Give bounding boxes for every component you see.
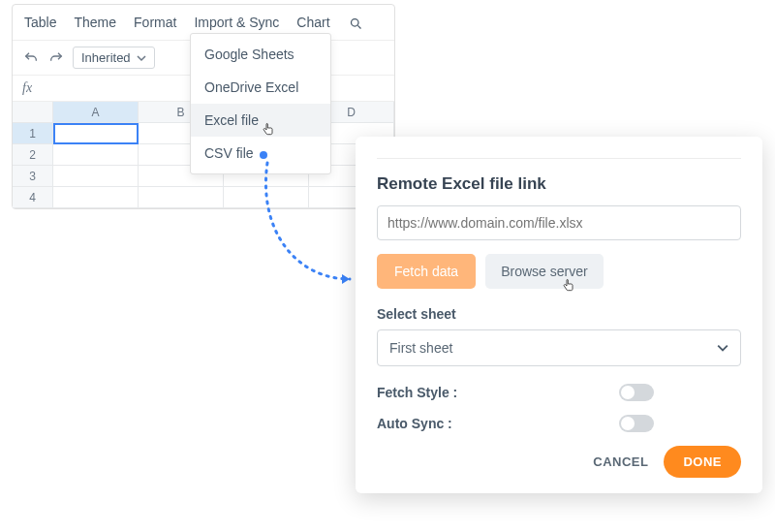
- cell-a2[interactable]: [53, 144, 139, 166]
- fx-label: fx: [22, 80, 32, 96]
- dropdown-item-excel-file[interactable]: Excel file: [191, 104, 330, 137]
- auto-sync-toggle[interactable]: [619, 415, 654, 432]
- menu-import-sync[interactable]: Import & Sync: [194, 15, 279, 32]
- cancel-button[interactable]: CANCEL: [593, 454, 648, 469]
- search-icon[interactable]: [348, 15, 365, 32]
- select-sheet-dropdown[interactable]: First sheet: [377, 329, 741, 366]
- import-excel-modal: Remote Excel file link Fetch data Browse…: [356, 137, 762, 493]
- corner-cell[interactable]: [13, 102, 53, 123]
- chevron-down-icon: [717, 342, 728, 354]
- dropdown-item-label: CSV file: [204, 145, 254, 161]
- row-header-3[interactable]: 3: [13, 166, 53, 187]
- menu-chart[interactable]: Chart: [296, 15, 329, 32]
- url-input[interactable]: [377, 205, 741, 240]
- cell-b4[interactable]: [139, 187, 224, 208]
- undo-icon[interactable]: [22, 49, 40, 67]
- fetch-data-button[interactable]: Fetch data: [377, 254, 476, 289]
- done-button[interactable]: DONE: [664, 446, 741, 478]
- auto-sync-label: Auto Sync :: [377, 416, 452, 431]
- select-sheet-value: First sheet: [389, 340, 452, 356]
- chevron-down-icon: [137, 53, 146, 63]
- cell-a1[interactable]: [53, 123, 139, 144]
- fetch-style-toggle[interactable]: [619, 384, 654, 401]
- menu-format[interactable]: Format: [134, 15, 176, 32]
- svg-point-0: [352, 18, 359, 26]
- row-header-1[interactable]: 1: [13, 123, 53, 144]
- connector-arrow: [258, 153, 364, 308]
- menu-table[interactable]: Table: [24, 15, 56, 32]
- row-header-4[interactable]: 4: [13, 187, 53, 208]
- svg-line-1: [357, 25, 360, 28]
- select-sheet-label: Select sheet: [377, 306, 741, 322]
- font-select-value: Inherited: [81, 50, 131, 65]
- modal-title: Remote Excel file link: [377, 174, 741, 194]
- redo-icon[interactable]: [47, 49, 65, 67]
- col-header-a[interactable]: A: [53, 102, 139, 123]
- browse-server-button[interactable]: Browse server: [485, 254, 603, 289]
- menu-theme[interactable]: Theme: [74, 15, 116, 32]
- row-header-2[interactable]: 2: [13, 144, 53, 166]
- cell-a4[interactable]: [53, 187, 139, 208]
- fetch-style-label: Fetch Style :: [377, 385, 457, 400]
- dropdown-item-onedrive-excel[interactable]: OneDrive Excel: [191, 71, 330, 104]
- divider: [377, 158, 741, 159]
- cell-a3[interactable]: [53, 166, 139, 187]
- dropdown-item-label: Excel file: [204, 112, 259, 128]
- cursor-hand-icon: [561, 277, 576, 295]
- dropdown-item-google-sheets[interactable]: Google Sheets: [191, 38, 330, 71]
- font-select[interactable]: Inherited: [73, 47, 155, 69]
